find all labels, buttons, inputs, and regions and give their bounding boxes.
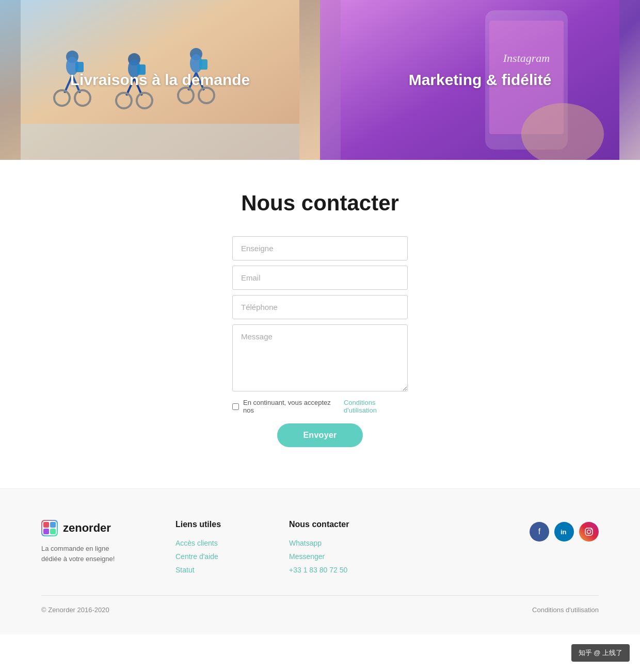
whatsapp-link[interactable]: Whatsapp bbox=[289, 539, 322, 547]
phone-link[interactable]: +33 1 83 80 72 50 bbox=[289, 566, 347, 574]
logo-text: zenorder bbox=[63, 521, 111, 535]
list-item: Accès clients bbox=[175, 538, 258, 548]
list-item: Whatsapp bbox=[289, 538, 372, 548]
liens-utiles-list: Accès clients Centre d'aide Statut bbox=[175, 538, 258, 575]
telephone-input[interactable] bbox=[232, 295, 408, 319]
footer-social: f in bbox=[530, 520, 599, 575]
list-item: +33 1 83 80 72 50 bbox=[289, 565, 372, 575]
terms-link[interactable]: Conditions d'utilisation bbox=[344, 399, 408, 414]
list-item: Centre d'aide bbox=[175, 552, 258, 561]
svg-point-36 bbox=[591, 529, 592, 530]
hero-left-panel: Livraisons à la demande bbox=[0, 0, 320, 160]
svg-text:Instagram: Instagram bbox=[503, 52, 550, 64]
hero-right-panel: Instagram Marketing & fidélité bbox=[320, 0, 640, 160]
footer-contact-col: Nous contacter Whatsapp Messenger +33 1 … bbox=[289, 520, 372, 575]
footer-contact-title: Nous contacter bbox=[289, 520, 372, 529]
hero-left-text: Livraisons à la demande bbox=[60, 71, 260, 89]
svg-rect-31 bbox=[43, 529, 49, 534]
svg-rect-32 bbox=[50, 529, 56, 534]
footer-main: zenorder La commande en ligne dédiée à v… bbox=[41, 520, 599, 575]
submit-button[interactable]: Envoyer bbox=[277, 423, 362, 447]
contact-section: Nous contacter En continuant, vous accep… bbox=[0, 160, 640, 488]
footer-logo: zenorder bbox=[41, 520, 145, 536]
svg-rect-29 bbox=[43, 522, 49, 528]
facebook-button[interactable]: f bbox=[530, 522, 549, 542]
liens-utiles-title: Liens utiles bbox=[175, 520, 258, 529]
messenger-link[interactable]: Messenger bbox=[289, 552, 325, 561]
enseigne-input[interactable] bbox=[232, 236, 408, 260]
hero-right-text: Marketing & fidélité bbox=[398, 71, 562, 89]
svg-rect-30 bbox=[50, 522, 56, 528]
svg-rect-8 bbox=[75, 62, 84, 72]
message-textarea[interactable] bbox=[232, 324, 408, 391]
linkedin-button[interactable]: in bbox=[554, 522, 574, 542]
copyright: © Zenorder 2016-2020 bbox=[41, 606, 109, 614]
contact-list: Whatsapp Messenger +33 1 83 80 72 50 bbox=[289, 538, 372, 575]
instagram-button[interactable] bbox=[579, 522, 599, 542]
acces-clients-link[interactable]: Accès clients bbox=[175, 539, 218, 547]
list-item: Messenger bbox=[289, 552, 372, 561]
contact-title: Nous contacter bbox=[241, 191, 399, 216]
logo-icon bbox=[41, 520, 58, 536]
svg-point-35 bbox=[587, 530, 591, 534]
email-input[interactable] bbox=[232, 266, 408, 290]
contact-form: En continuant, vous acceptez nos Conditi… bbox=[232, 236, 408, 447]
terms-row: En continuant, vous acceptez nos Conditi… bbox=[232, 399, 408, 414]
footer-liens-utiles: Liens utiles Accès clients Centre d'aide… bbox=[175, 520, 258, 575]
svg-text:in: in bbox=[561, 528, 567, 536]
statut-link[interactable]: Statut bbox=[175, 566, 195, 574]
brand-tagline: La commande en ligne dédiée à votre ense… bbox=[41, 544, 145, 564]
footer-bottom: © Zenorder 2016-2020 Conditions d'utilis… bbox=[41, 595, 599, 614]
list-item: Statut bbox=[175, 565, 258, 575]
svg-rect-22 bbox=[199, 59, 207, 70]
terms-checkbox[interactable] bbox=[232, 403, 239, 410]
footer: zenorder La commande en ligne dédiée à v… bbox=[0, 488, 640, 634]
terms-text: En continuant, vous acceptez nos bbox=[243, 399, 340, 414]
footer-terms-link[interactable]: Conditions d'utilisation bbox=[532, 606, 599, 614]
footer-brand: zenorder La commande en ligne dédiée à v… bbox=[41, 520, 145, 575]
centre-aide-link[interactable]: Centre d'aide bbox=[175, 552, 218, 561]
svg-rect-1 bbox=[21, 124, 299, 160]
hero-section: Livraisons à la demande Instagram Market… bbox=[0, 0, 640, 160]
